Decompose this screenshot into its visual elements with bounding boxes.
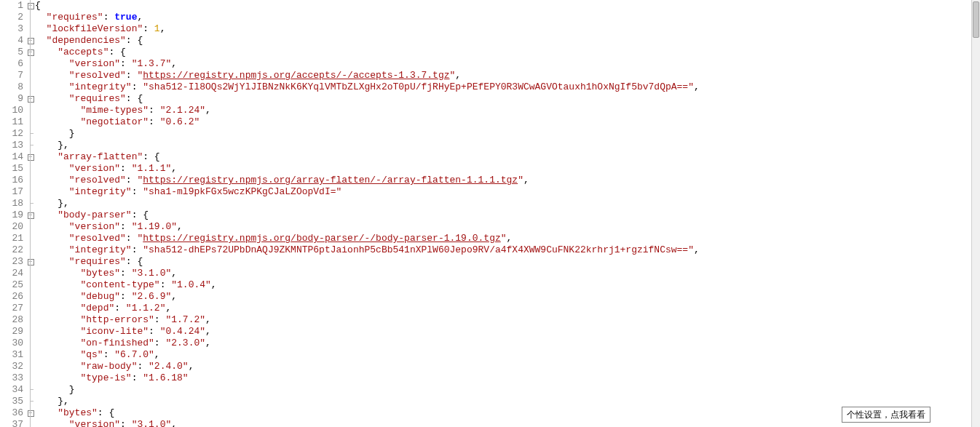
fold-toggle-icon[interactable]: − [26,209,35,221]
settings-tooltip[interactable]: 个性设置，点我看看 [842,407,930,423]
fold-toggle-icon[interactable]: − [26,407,35,419]
scrollbar-thumb[interactable] [973,1,979,38]
fold-marker [26,326,35,338]
code-line[interactable]: "version": "1.19.0", [35,221,980,233]
code-line[interactable]: "resolved": "https://registry.npmjs.org/… [35,233,980,244]
code-line[interactable]: "negotiator": "0.6.2" [35,116,980,128]
code-line[interactable]: "type-is": "1.6.18" [35,372,980,384]
line-number: 37 [0,419,23,427]
line-number: 7 [0,70,23,81]
line-number: 32 [0,361,23,372]
code-line[interactable]: { [35,0,980,12]
line-number: 19 [0,209,23,221]
fold-marker [26,244,35,256]
line-number: 6 [0,58,23,70]
code-editor: 1234567891011121314151617181920212223242… [0,0,980,427]
fold-toggle-icon[interactable]: − [26,93,35,105]
fold-marker [26,105,35,116]
code-line[interactable]: "content-type": "1.0.4", [35,279,980,291]
fold-marker [26,233,35,244]
fold-marker [26,396,35,407]
line-number: 33 [0,372,23,384]
code-line[interactable]: }, [35,396,980,407]
line-number: 24 [0,268,23,279]
fold-marker [26,419,35,427]
line-number: 16 [0,175,23,186]
line-number: 13 [0,140,23,151]
line-number: 18 [0,198,23,209]
line-number-gutter: 1234567891011121314151617181920212223242… [0,0,26,427]
code-line[interactable]: "depd": "1.1.2", [35,303,980,314]
fold-marker [26,372,35,384]
code-line[interactable]: "version": "1.3.7", [35,58,980,70]
code-line[interactable]: "on-finished": "2.3.0", [35,338,980,349]
fold-marker [26,116,35,128]
code-line[interactable]: "requires": { [35,93,980,105]
code-line[interactable]: "requires": true, [35,12,980,23]
code-line[interactable]: "integrity": "sha512-dhEPs72UPbDnAQJ9ZKM… [35,244,980,256]
line-number: 20 [0,221,23,233]
line-number: 36 [0,407,23,419]
line-number: 25 [0,279,23,291]
line-number: 35 [0,396,23,407]
code-line[interactable]: "version": "3.1.0", [35,419,980,427]
fold-toggle-icon[interactable]: − [26,47,35,58]
fold-toggle-icon[interactable]: − [26,0,35,12]
line-number: 22 [0,244,23,256]
line-number: 14 [0,151,23,163]
code-line[interactable]: "resolved": "https://registry.npmjs.org/… [35,175,980,186]
line-number: 26 [0,291,23,303]
code-line[interactable]: "lockfileVersion": 1, [35,23,980,35]
code-line[interactable]: "version": "1.1.1", [35,163,980,175]
code-line[interactable]: "bytes": { [35,407,980,419]
line-number: 29 [0,326,23,338]
line-number: 27 [0,303,23,314]
fold-marker [26,23,35,35]
code-line[interactable]: "debug": "2.6.9", [35,291,980,303]
fold-toggle-icon[interactable]: − [26,35,35,47]
fold-marker [26,361,35,372]
fold-toggle-icon[interactable]: − [26,151,35,163]
fold-marker [26,338,35,349]
fold-marker [26,128,35,140]
fold-marker [26,279,35,291]
fold-marker [26,198,35,209]
line-number: 30 [0,338,23,349]
code-line[interactable]: "integrity": "sha512-Il8OQs2WjYlJIBNzNkK… [35,81,980,93]
code-line[interactable]: "body-parser": { [35,209,980,221]
code-line[interactable]: "accepts": { [35,47,980,58]
fold-marker [26,384,35,396]
line-number: 21 [0,233,23,244]
line-number: 3 [0,23,23,35]
fold-marker [26,175,35,186]
code-line[interactable]: "raw-body": "2.4.0", [35,361,980,372]
code-line[interactable]: "integrity": "sha1-ml9pkFGx5wczKPKgCJaLZ… [35,186,980,198]
code-line[interactable]: "dependencies": { [35,35,980,47]
line-number: 10 [0,105,23,116]
code-line[interactable]: "array-flatten": { [35,151,980,163]
fold-column: −−−−−−−− [26,0,35,427]
code-line[interactable]: "iconv-lite": "0.4.24", [35,326,980,338]
fold-toggle-icon[interactable]: − [26,256,35,268]
code-line[interactable]: } [35,128,980,140]
code-line[interactable]: "mime-types": "2.1.24", [35,105,980,116]
code-line[interactable]: "resolved": "https://registry.npmjs.org/… [35,70,980,81]
code-line[interactable]: "requires": { [35,256,980,268]
line-number: 17 [0,186,23,198]
code-line[interactable]: "http-errors": "1.7.2", [35,314,980,326]
code-line[interactable]: "qs": "6.7.0", [35,349,980,361]
line-number: 15 [0,163,23,175]
line-number: 12 [0,128,23,140]
line-number: 9 [0,93,23,105]
fold-marker [26,58,35,70]
code-line[interactable]: }, [35,198,980,209]
code-line[interactable]: }, [35,140,980,151]
line-number: 4 [0,35,23,47]
code-line[interactable]: "bytes": "3.1.0", [35,268,980,279]
fold-marker [26,70,35,81]
code-area[interactable]: { "requires": true, "lockfileVersion": 1… [35,0,980,427]
fold-marker [26,314,35,326]
code-line[interactable]: } [35,384,980,396]
vertical-scrollbar[interactable] [971,0,980,427]
fold-marker [26,140,35,151]
